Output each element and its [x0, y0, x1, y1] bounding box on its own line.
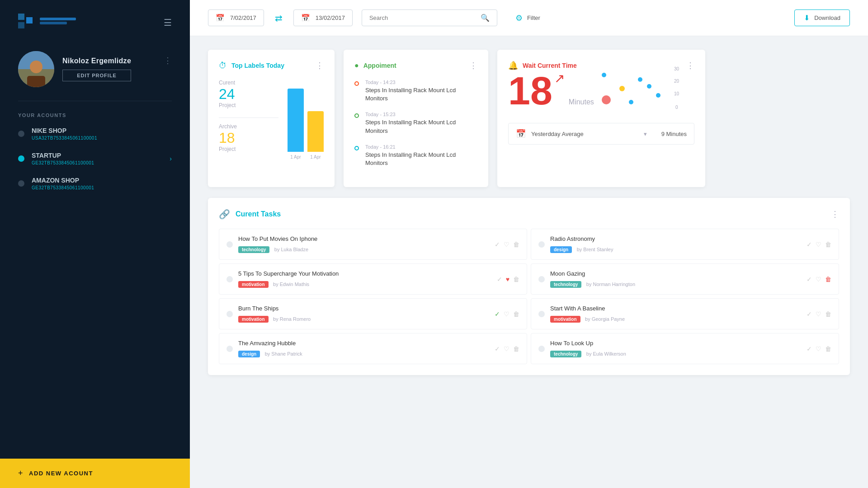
wait-chart-area: 18 ↗ Minutes 30 20 10 0 [508, 66, 694, 116]
heart-action-4[interactable]: ♡ [504, 310, 509, 318]
trash-action-7[interactable]: 🗑 [825, 345, 831, 352]
calendar-icon-from: 📅 [216, 14, 225, 22]
swap-dates-icon[interactable]: ⇄ [275, 13, 283, 23]
date-to-filter[interactable]: 📅 13/02/2017 [293, 9, 353, 26]
task-actions-4: ✓ ♡ 🗑 [495, 310, 519, 318]
check-action-6[interactable]: ✓ [495, 345, 500, 352]
heart-action-7[interactable]: ♡ [816, 345, 821, 352]
appoint-dot-3 [354, 146, 359, 150]
appoint-text-2: Steps In Installing Rack Mount Lcd Monit… [365, 118, 477, 135]
check-action-1[interactable]: ✓ [807, 241, 812, 248]
filter-button[interactable]: ⚙ Filter [506, 9, 549, 27]
profile-menu-icon[interactable]: ⋮ [164, 56, 172, 66]
trash-action-1[interactable]: 🗑 [825, 241, 831, 248]
wait-footer-dropdown[interactable]: ▾ [644, 131, 647, 137]
task-item-7[interactable]: How To Look Up technology by Eula Wilker… [531, 333, 839, 364]
top-labels-card: ⏱ Top Labels Today ⋮ Curent 24 Project [208, 50, 335, 187]
task-item-5[interactable]: Start With A Baseline motivation by Geor… [531, 298, 839, 329]
hamburger-icon[interactable]: ☰ [164, 17, 172, 28]
check-action-3[interactable]: ✓ [807, 276, 812, 283]
appoint-time-3: Today - 16:21 [365, 144, 477, 150]
scatter-svg: 30 20 10 0 [595, 66, 681, 116]
check-action-5[interactable]: ✓ [807, 310, 812, 318]
tasks-header: 🔗 Curent Tasks ⋮ [219, 209, 839, 220]
task-item-6[interactable]: The Amvazing Hubble design by Shane Patr… [219, 333, 527, 364]
wait-footer: 📅 Yesterdday Average ▾ 9 Minutes [508, 123, 694, 145]
task-item-2[interactable]: 5 Tips To Supercharge Your Motivation mo… [219, 263, 527, 295]
trash-action-6[interactable]: 🗑 [513, 345, 519, 352]
trash-action-5[interactable]: 🗑 [825, 310, 831, 318]
edit-profile-button[interactable]: EDIT PROFILE [62, 70, 131, 81]
bar-labels: 1 Apr 1 Apr [288, 155, 324, 160]
appointment-menu-icon[interactable]: ⋮ [469, 61, 477, 70]
search-bar[interactable]: 🔍 [362, 9, 497, 26]
task-body-7: How To Look Up technology by Eula Wilker… [550, 340, 801, 357]
appoint-info-1: Today - 14:23 Steps In Installing Rack M… [365, 80, 477, 103]
sidebar-header: ☰ [0, 0, 190, 42]
task-body-6: The Amvazing Hubble design by Shane Patr… [238, 340, 489, 357]
account-arrow-startup: › [170, 155, 172, 162]
appoint-item-1: Today - 14:23 Steps In Installing Rack M… [354, 80, 477, 103]
task-tag-7: technology [550, 351, 581, 357]
check-action-4[interactable]: ✓ [495, 310, 500, 318]
appointment-card: ● Appoiment ⋮ Today - 14:23 Steps In Ins… [344, 50, 488, 187]
bar-chart [288, 80, 324, 152]
task-tag-6: design [238, 351, 260, 357]
profile-info: Nikoloz Ergemlidze EDIT PROFILE [62, 57, 131, 81]
trash-action-4[interactable]: 🗑 [513, 310, 519, 318]
check-action-7[interactable]: ✓ [807, 345, 812, 352]
task-actions-5: ✓ ♡ 🗑 [807, 310, 831, 318]
account-item-amazon[interactable]: AMAZON SHOP GE32TB7533845061100001 [18, 177, 172, 190]
tasks-title: Curent Tasks [236, 210, 281, 218]
clock-icon: ⏱ [219, 61, 227, 70]
date-to-value: 13/02/2017 [316, 14, 345, 21]
current-value: 24 [219, 87, 278, 101]
tasks-card: 🔗 Curent Tasks ⋮ How To Put Movies On Ip… [208, 198, 850, 375]
download-button[interactable]: ⬇ Download [794, 9, 850, 26]
trash-action-3[interactable]: 🗑 [825, 276, 831, 283]
heart-action-2[interactable]: ♥ [506, 276, 509, 283]
task-body-0: How To Put Movies On Iphone technology b… [238, 235, 489, 253]
trash-action-0[interactable]: 🗑 [513, 241, 519, 248]
account-item-nike[interactable]: NIKE SHOP USA32TB7533845061100001 [18, 127, 172, 141]
top-labels-title-group: ⏱ Top Labels Today [219, 61, 284, 70]
check-action-2[interactable]: ✓ [497, 276, 502, 283]
add-account-button[interactable]: + ADD NEW ACOUNT [0, 459, 190, 488]
bar-chart-section: 1 Apr 1 Apr [288, 80, 324, 161]
task-tag-5: motivation [550, 316, 580, 323]
task-check-7 [538, 346, 545, 352]
task-item-4[interactable]: Burn The Ships motivation by Rena Romero… [219, 298, 527, 329]
svg-point-2 [30, 61, 42, 73]
task-item-0[interactable]: How To Put Movies On Iphone technology b… [219, 229, 527, 260]
svg-text:10: 10 [674, 91, 679, 96]
heart-action-0[interactable]: ♡ [504, 241, 509, 248]
heart-action-1[interactable]: ♡ [816, 241, 821, 248]
svg-point-10 [638, 77, 642, 82]
task-title-0: How To Put Movies On Iphone [238, 235, 489, 242]
account-dot-nike [18, 131, 24, 137]
search-input[interactable] [369, 14, 476, 21]
profile-name: Nikoloz Ergemlidze [62, 57, 131, 65]
task-title-4: Burn The Ships [238, 305, 489, 312]
heart-action-5[interactable]: ♡ [816, 310, 821, 318]
trash-action-2[interactable]: 🗑 [513, 276, 519, 283]
svg-point-13 [629, 100, 633, 104]
task-author-0: by Luka Bladze [274, 247, 308, 252]
task-title-2: 5 Tips To Supercharge Your Motivation [238, 270, 491, 277]
tasks-menu-icon[interactable]: ⋮ [831, 209, 839, 219]
check-action-0[interactable]: ✓ [495, 241, 500, 248]
top-labels-menu-icon[interactable]: ⋮ [316, 61, 324, 70]
wait-footer-label: Yesterdday Average [531, 131, 638, 137]
appoint-item-2: Today - 15:23 Steps In Installing Rack M… [354, 112, 477, 135]
account-item-startup[interactable]: STARTUP GE32TB7533845061100001 › [18, 152, 172, 165]
heart-action-6[interactable]: ♡ [504, 345, 509, 352]
svg-point-14 [647, 84, 651, 89]
date-from-filter[interactable]: 📅 7/02/2017 [208, 9, 264, 26]
appoint-dot-1 [354, 81, 359, 86]
account-info-amazon: AMAZON SHOP GE32TB7533845061100001 [32, 177, 172, 190]
task-item-1[interactable]: Radio Astronomy design by Brent Stanley … [531, 229, 839, 260]
heart-action-3[interactable]: ♡ [816, 276, 821, 283]
current-label: Curent [219, 80, 278, 86]
task-item-3[interactable]: Moon Gazing technology by Norman Harring… [531, 263, 839, 295]
task-tag-3: technology [550, 281, 581, 288]
